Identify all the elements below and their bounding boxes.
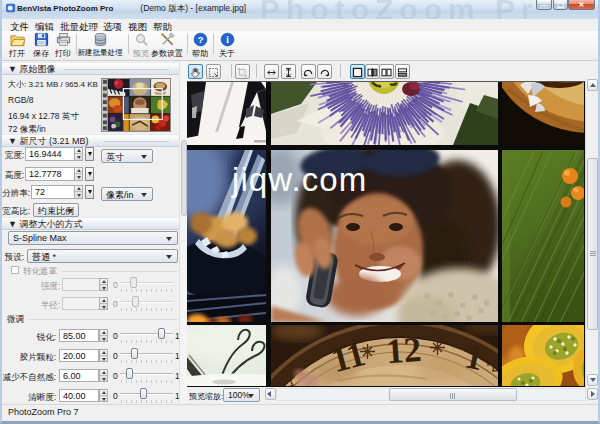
svg-text:i: i [226, 35, 229, 45]
svg-text:12: 12 [385, 330, 423, 371]
svg-text:?: ? [197, 35, 203, 45]
svg-text:jiqw.com: jiqw.com [231, 161, 367, 198]
